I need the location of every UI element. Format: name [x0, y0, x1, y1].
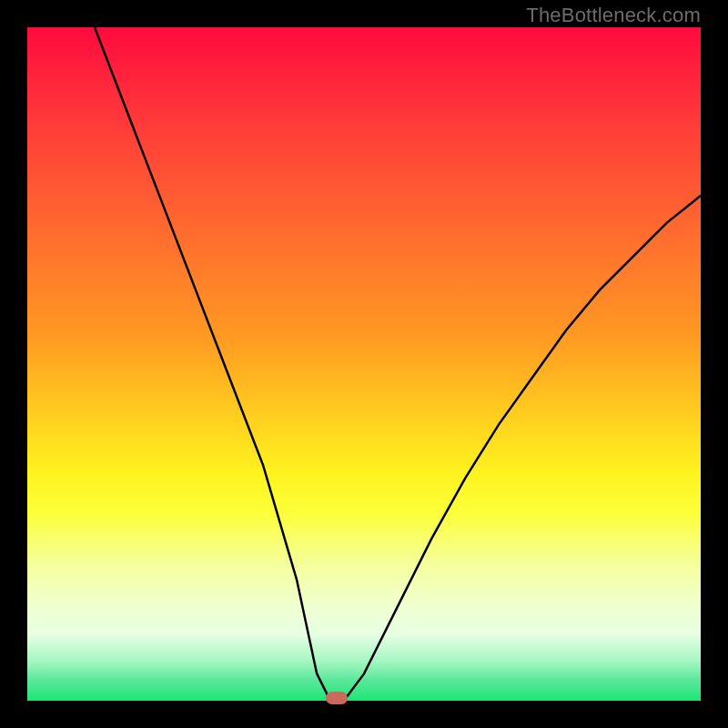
optimal-point-marker	[326, 692, 348, 704]
plot-area	[27, 27, 701, 701]
watermark-text: TheBottleneck.com	[526, 4, 701, 27]
chart-outer-frame: TheBottleneck.com	[0, 0, 728, 728]
curve-svg	[27, 27, 701, 701]
bottleneck-curve-path	[95, 27, 701, 701]
